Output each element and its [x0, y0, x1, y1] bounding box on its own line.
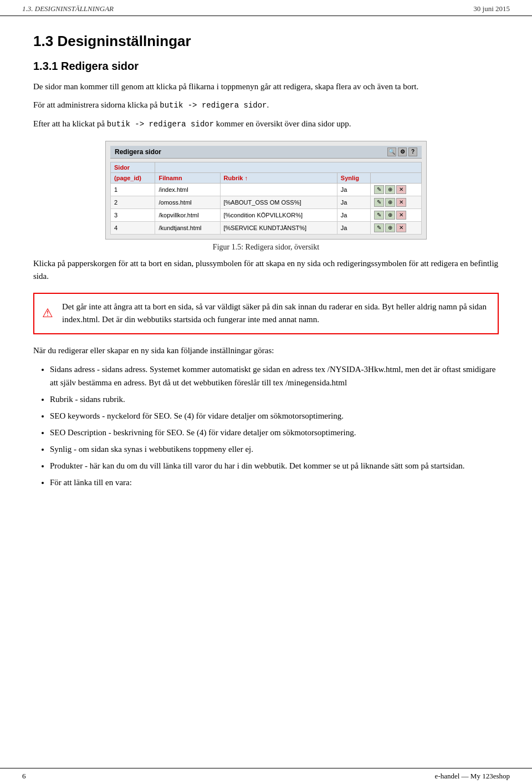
screenshot-icons: 🔍 ⚙ ?: [387, 147, 417, 156]
copy-btn[interactable]: ⊕: [385, 185, 395, 194]
cell-title: [%condition KÖPVILLKOR%]: [220, 208, 337, 221]
page-content: 1.3 Designinställningar 1.3.1 Redigera s…: [0, 16, 532, 527]
edit-btn[interactable]: ✎: [374, 185, 384, 194]
edit-btn[interactable]: ✎: [374, 211, 384, 220]
cell-title: [220, 183, 337, 196]
col-synlig: Synlig: [337, 172, 370, 183]
list-item: För att länka till en vara:: [50, 476, 499, 489]
edit-btn[interactable]: ✎: [374, 223, 384, 232]
list-item: Rubrik - sidans rubrik.: [50, 393, 499, 406]
list-item: Sidans adress - sidans adress. Systemet …: [50, 363, 499, 389]
delete-btn[interactable]: ✕: [396, 211, 406, 220]
header-right: 30 juni 2015: [473, 4, 510, 13]
screenshot-box: Redigera sidor 🔍 ⚙ ? Sidor (page_id) Fil…: [105, 141, 427, 240]
settings-intro: När du redigerar eller skapar en ny sida…: [33, 344, 499, 357]
delete-btn[interactable]: ✕: [396, 223, 406, 232]
screenshot-icon-settings[interactable]: ⚙: [398, 147, 407, 156]
header-left: 1.3. DESIGNINSTÄLLNINGAR: [22, 4, 114, 13]
list-item: SEO keywords - nyckelord för SEO. Se (4)…: [50, 409, 499, 422]
screenshot-titlebar: Redigera sidor 🔍 ⚙ ?: [110, 146, 422, 159]
bullet-list: Sidans adress - sidans adress. Systemet …: [50, 363, 499, 489]
cell-id: 3: [111, 208, 155, 221]
footer-left: 6: [22, 772, 26, 781]
table-body: 1 /index.html Ja ✎ ⊕ ✕ 2 /omoss.html [%A…: [111, 183, 422, 234]
figure-container: Redigera sidor 🔍 ⚙ ? Sidor (page_id) Fil…: [33, 141, 499, 252]
delete-btn[interactable]: ✕: [396, 198, 406, 207]
screenshot-title: Redigera sidor: [115, 148, 161, 156]
edit-btn[interactable]: ✎: [374, 198, 384, 207]
screenshot-icon-help[interactable]: ?: [408, 147, 417, 156]
warning-text: Det går inte att ångra att ta bort en si…: [62, 302, 487, 324]
copy-btn[interactable]: ⊕: [385, 198, 395, 207]
screenshot-table: Sidor (page_id) Filnamn Rubrik ↑ Synlig …: [110, 162, 422, 235]
col-filnamn: Filnamn: [155, 172, 220, 183]
cell-visible: Ja: [337, 208, 370, 221]
cell-actions: ✎ ⊕ ✕: [370, 183, 421, 196]
cell-id: 4: [111, 221, 155, 234]
col-rubrik: Rubrik ↑: [220, 172, 337, 183]
page-footer: 6 e-handel — My 123eshop: [0, 768, 532, 784]
cell-actions: ✎ ⊕ ✕: [370, 221, 421, 234]
cell-title: [%SERVICE KUNDTJÄNST%]: [220, 221, 337, 234]
page-header: 1.3. DESIGNINSTÄLLNINGAR 30 juni 2015: [0, 0, 532, 16]
list-item: Produkter - här kan du om du vill länka …: [50, 459, 499, 472]
cell-id: 1: [111, 183, 155, 196]
table-row: 1 /index.html Ja ✎ ⊕ ✕: [111, 183, 422, 196]
table-row: 4 /kundtjanst.html [%SERVICE KUNDTJÄNST%…: [111, 221, 422, 234]
cell-filename: /kopvillkor.html: [155, 208, 220, 221]
cell-filename: /kundtjanst.html: [155, 221, 220, 234]
col-actions: [370, 172, 421, 183]
copy-btn[interactable]: ⊕: [385, 211, 395, 220]
delete-btn[interactable]: ✕: [396, 185, 406, 194]
cell-visible: Ja: [337, 196, 370, 208]
screenshot-icon-search[interactable]: 🔍: [387, 147, 396, 156]
code-butik-redigera: butik -> redigera sidor: [160, 101, 267, 110]
footer-right: e-handel — My 123eshop: [435, 772, 510, 781]
cell-actions: ✎ ⊕ ✕: [370, 196, 421, 208]
cell-visible: Ja: [337, 183, 370, 196]
cell-filename: /index.html: [155, 183, 220, 196]
cell-filename: /omoss.html: [155, 196, 220, 208]
paragraph-after-figure: Klicka på papperskorgen för att ta bort …: [33, 257, 499, 283]
cell-actions: ✎ ⊕ ✕: [370, 208, 421, 221]
code-butik-redigera-2: butik -> redigera sidor: [107, 120, 214, 129]
paragraph-3: Efter att ha klickat på butik -> rediger…: [33, 118, 499, 131]
warning-icon: ⚠: [42, 304, 53, 323]
table-row: 2 /omoss.html [%ABOUT_OSS OM OSS%] Ja ✎ …: [111, 196, 422, 208]
list-item: Synlig - om sidan ska synas i webbutiken…: [50, 442, 499, 456]
list-item: SEO Description - beskrivning för SEO. S…: [50, 426, 499, 439]
subsection-title: 1.3.1 Redigera sidor: [33, 60, 499, 73]
paragraph-1: De sidor man kommer till genom att klick…: [33, 80, 499, 93]
section-title: 1.3 Designinställningar: [33, 33, 499, 50]
col-sidor: Sidor: [111, 162, 155, 172]
cell-id: 2: [111, 196, 155, 208]
cell-title: [%ABOUT_OSS OM OSS%]: [220, 196, 337, 208]
copy-btn[interactable]: ⊕: [385, 223, 395, 232]
paragraph-2: För att administrera sidorna klicka på b…: [33, 99, 499, 112]
col-page-id: (page_id): [111, 172, 155, 183]
figure-caption: Figur 1.5: Redigera sidor, översikt: [213, 243, 319, 252]
warning-box: ⚠ Det går inte att ångra att ta bort en …: [33, 293, 499, 334]
table-row: 3 /kopvillkor.html [%condition KÖPVILLKO…: [111, 208, 422, 221]
cell-visible: Ja: [337, 221, 370, 234]
table-header: Sidor (page_id) Filnamn Rubrik ↑ Synlig: [111, 162, 422, 183]
